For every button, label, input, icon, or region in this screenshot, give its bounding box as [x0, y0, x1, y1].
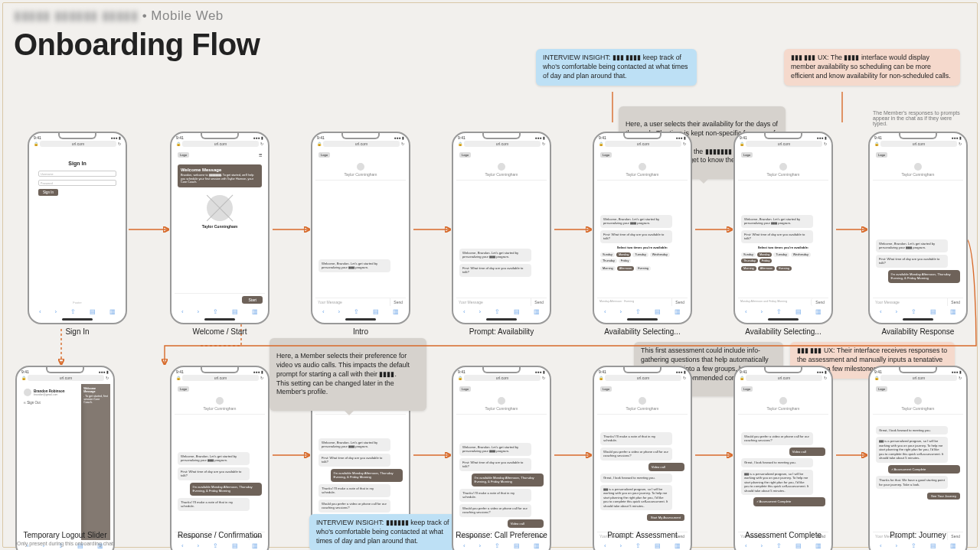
start-assessment-button[interactable]: Start My Assessment — [647, 514, 684, 521]
phone-slider: 9:41●●● ▮ 🔒url.com↻ Welcome Message. To … — [15, 366, 115, 550]
breadcrumb-context: • Mobile Web — [142, 8, 224, 23]
breadcrumb: ▮▮▮▮▮ ▮▮▮▮▮▮ ▮▮▮▮▮ • Mobile Web — [14, 8, 224, 24]
send-button[interactable]: Send — [390, 298, 406, 306]
cap-signin: Sign In — [28, 327, 127, 336]
start-button[interactable]: Start — [242, 296, 263, 304]
phone-avail-resp: 9:41●●● ▮ 🔒url.com↻ Logo Taylor Cunningh… — [868, 132, 968, 324]
phone-signin: 9:41●●● ▮ 🔒url.com↻ Sign In Username Pas… — [28, 132, 127, 324]
note-interview-2: INTERVIEW INSIGHT: ▮▮▮▮▮▮ keep track of … — [309, 514, 462, 550]
username-field[interactable]: Username — [38, 171, 116, 177]
page-title: Onboarding Flow — [14, 28, 260, 62]
phone-assess-prompt: 9:41●●● ▮ 🔒url.com↻ Logo Taylor Cunningh… — [593, 366, 692, 550]
phone-intro: 9:41●●● ▮ 🔒url.com↻ Logo Taylor Cunningh… — [311, 132, 410, 324]
note-ux-1: ▮▮▮ ▮▮▮ UX: The ▮▮▮▮ interface would dis… — [784, 49, 960, 86]
signin-button[interactable]: Sign In — [38, 189, 58, 196]
signout-link[interactable]: Sign Out — [27, 401, 41, 405]
phone-prompt-avail: 9:41●●● ▮ 🔒url.com↻ Logo Taylor Cunningh… — [452, 132, 551, 324]
phone-avail-2: 9:41●●● ▮ 🔒url.com↻ Logo Taylor Cunningh… — [733, 132, 833, 324]
note-interview-1: INTERVIEW INSIGHT: ▮▮▮ ▮▮▮▮ keep track o… — [536, 49, 697, 86]
annot-responses: The Member's responses to prompts appear… — [873, 110, 965, 126]
phone-callpref: 9:41●●● ▮ 🔒url.com↻ Logo Taylor Cunningh… — [452, 366, 551, 550]
see-journey-button[interactable]: See Your Journey — [927, 493, 960, 500]
phone-journey: 9:41●●● ▮ 🔒url.com↻ Logo Taylor Cunningh… — [868, 366, 968, 550]
breadcrumb-redacted: ▮▮▮▮▮ ▮▮▮▮▮▮ ▮▮▮▮▮ — [14, 8, 138, 23]
coach-name: Taylor Cunningham — [175, 224, 265, 229]
phone-assess-done: 9:41●●● ▮ 🔒url.com↻ Logo Taylor Cunningh… — [733, 366, 833, 550]
phone-welcome: 9:41●●● ▮ 🔒url.com↻ Logo☰ Welcome Messag… — [170, 132, 270, 324]
phone-confirm: 9:41●●● ▮ 🔒url.com↻ Logo Taylor Cunningh… — [170, 366, 270, 550]
password-field[interactable]: Password — [38, 180, 116, 186]
note-callpref: Here, a Member selects their preference … — [270, 338, 426, 411]
phone-avail-1: 9:41●●● ▮ 🔒url.com↻ Logo Taylor Cunningh… — [593, 132, 692, 324]
coach-avatar — [207, 195, 233, 221]
welcome-banner: Welcome MessageBrandon, welcome to ▮▮▮▮▮… — [178, 164, 262, 187]
cap-welcome: Welcome / Start — [170, 327, 270, 336]
logout-slider[interactable]: Brandon Robinsonbrandon@gmail.com ⎋ Sign… — [20, 384, 81, 540]
signin-title: Sign In — [38, 161, 116, 166]
day-chips[interactable]: SundayMonday TuesdayWednesday ThursdayFr… — [597, 251, 688, 265]
tod-chips[interactable]: MorningAfternoonEvening — [597, 265, 688, 272]
